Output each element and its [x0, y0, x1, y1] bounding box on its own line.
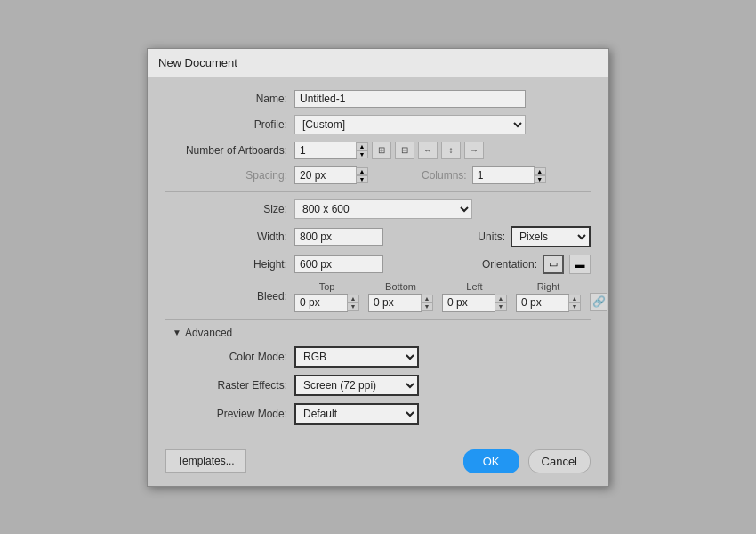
size-label: Size:: [165, 203, 294, 215]
cancel-button[interactable]: Cancel: [528, 449, 591, 473]
bleed-fields: Top ▲ ▼ Bottom ▲ ▼: [294, 281, 607, 312]
bleed-top-label: Top: [319, 281, 335, 292]
bleed-bottom-input[interactable]: [368, 294, 422, 312]
units-group: Units: Pixels Inches Millimeters Points: [478, 226, 591, 247]
bleed-row: Bleed: Top ▲ ▼ Bottom: [165, 281, 591, 312]
artboards-spin-down[interactable]: ▼: [356, 150, 368, 158]
name-input[interactable]: [294, 90, 526, 108]
bleed-top-input[interactable]: [294, 294, 348, 312]
columns-spin-down: ▼: [534, 175, 546, 183]
bleed-label: Bleed:: [165, 290, 294, 303]
columns-spin-up: ▲: [534, 167, 546, 175]
columns-section: Columns: ▲ ▼: [422, 166, 546, 184]
height-group: Height:: [165, 255, 383, 273]
profile-label: Profile:: [165, 118, 294, 131]
color-mode-row: Color Mode: RGB CMYK Grayscale: [165, 346, 591, 368]
bleed-bottom-down[interactable]: ▼: [421, 303, 433, 311]
dialog-footer: Templates... OK Cancel: [148, 441, 608, 486]
landscape-button[interactable]: ▬: [569, 255, 591, 274]
bleed-right-input[interactable]: [516, 294, 569, 312]
bleed-bottom-label: Bottom: [385, 281, 416, 292]
height-input[interactable]: [294, 255, 383, 273]
bleed-left-up[interactable]: ▲: [495, 295, 507, 303]
ok-button[interactable]: OK: [463, 449, 519, 473]
raster-effects-label: Raster Effects:: [165, 379, 294, 392]
height-label: Height:: [165, 258, 294, 271]
bleed-bottom-group: Bottom ▲ ▼: [368, 281, 433, 312]
bleed-top-group: Top ▲ ▼: [294, 281, 359, 312]
columns-spin-wrapper: ▲ ▼: [472, 166, 546, 184]
spacing-input: [294, 166, 357, 184]
spacing-spin-arrows: ▲ ▼: [356, 167, 368, 183]
bleed-right-label: Right: [537, 281, 560, 292]
width-group: Width:: [165, 228, 383, 246]
preview-mode-label: Preview Mode:: [165, 408, 294, 420]
bleed-left-group: Left ▲ ▼: [442, 281, 507, 312]
bleed-left-spin: ▲ ▼: [442, 294, 507, 312]
units-select[interactable]: Pixels Inches Millimeters Points: [511, 226, 591, 247]
name-row: Name:: [165, 90, 591, 108]
width-row: Width: Units: Pixels Inches Millimeters …: [165, 226, 591, 247]
color-mode-label: Color Mode:: [165, 351, 294, 363]
divider-top: [165, 191, 591, 192]
color-mode-select[interactable]: RGB CMYK Grayscale: [294, 346, 419, 368]
artboards-spin-wrapper: ▲ ▼: [294, 142, 368, 159]
advanced-triangle-icon: ▼: [173, 328, 181, 337]
bleed-bottom-spin: ▲ ▼: [368, 294, 433, 312]
size-select[interactable]: 800 x 600 1024 x 768 Custom: [294, 199, 472, 219]
artboards-spin-up[interactable]: ▲: [356, 142, 368, 150]
arrange-row-icon[interactable]: ⊟: [395, 142, 414, 159]
advanced-label: Advanced: [185, 327, 232, 339]
artboards-spin-arrows: ▲ ▼: [356, 142, 368, 158]
bleed-left-down[interactable]: ▼: [495, 303, 507, 311]
orientation-label: Orientation:: [482, 258, 537, 271]
advanced-toggle[interactable]: ▼ Advanced: [165, 327, 591, 339]
profile-select[interactable]: [Custom] Print Web Devices: [294, 115, 526, 134]
raster-effects-select[interactable]: Screen (72 ppi) Medium (150 ppi) High (3…: [294, 375, 419, 396]
arrange-grid-icon[interactable]: ⊞: [372, 142, 391, 159]
templates-button[interactable]: Templates...: [165, 449, 246, 473]
spacing-label: Spacing:: [165, 169, 294, 182]
artboards-input[interactable]: [294, 142, 357, 159]
bleed-left-label: Left: [466, 281, 482, 292]
units-label: Units:: [478, 231, 505, 243]
artboard-controls: ⊞ ⊟ ↔ ↕ →: [372, 142, 484, 159]
bleed-right-down[interactable]: ▼: [568, 303, 581, 311]
bleed-link-button[interactable]: 🔗: [590, 293, 607, 311]
raster-effects-row: Raster Effects: Screen (72 ppi) Medium (…: [165, 375, 591, 396]
preview-mode-row: Preview Mode: Default Pixel Overprint: [165, 403, 591, 425]
bleed-right-group: Right ▲ ▼: [516, 281, 581, 312]
portrait-button[interactable]: ▭: [543, 255, 564, 274]
height-row: Height: Orientation: ▭ ▬: [165, 255, 591, 274]
arrange-arrow-icon[interactable]: →: [464, 142, 484, 159]
bleed-left-arrows: ▲ ▼: [495, 295, 507, 311]
preview-mode-select[interactable]: Default Pixel Overprint: [294, 403, 419, 425]
orientation-group: Orientation: ▭ ▬: [482, 255, 591, 274]
bleed-bottom-up[interactable]: ▲: [421, 295, 433, 303]
divider-middle: [165, 319, 591, 320]
bleed-left-input[interactable]: [442, 294, 495, 312]
bleed-top-up[interactable]: ▲: [347, 295, 359, 303]
spacing-spin-up: ▲: [356, 167, 368, 175]
new-document-dialog: New Document Name: Profile: [Custom] Pri…: [147, 48, 609, 487]
size-row: Size: 800 x 600 1024 x 768 Custom: [165, 199, 591, 219]
spacing-row: Spacing: ▲ ▼ Columns: ▲ ▼: [165, 166, 591, 184]
bleed-top-down[interactable]: ▼: [347, 303, 359, 311]
bleed-right-arrows: ▲ ▼: [568, 295, 581, 311]
width-input[interactable]: [294, 228, 383, 246]
artboards-row: Number of Artboards: ▲ ▼ ⊞ ⊟ ↔ ↕ →: [165, 142, 591, 159]
spacing-spin-down: ▼: [356, 175, 368, 183]
columns-spin-arrows: ▲ ▼: [534, 167, 546, 183]
arrange-vert-icon[interactable]: ↕: [441, 142, 461, 159]
bleed-right-up[interactable]: ▲: [568, 295, 581, 303]
artboards-label: Number of Artboards:: [165, 144, 294, 157]
bleed-bottom-arrows: ▲ ▼: [421, 295, 433, 311]
columns-label: Columns:: [422, 169, 467, 182]
arrange-col-icon[interactable]: ↔: [418, 142, 438, 159]
width-label: Width:: [165, 231, 294, 243]
bleed-right-spin: ▲ ▼: [516, 294, 581, 312]
dialog-body: Name: Profile: [Custom] Print Web Device…: [148, 77, 608, 441]
dialog-title: New Document: [148, 49, 608, 77]
footer-right: OK Cancel: [463, 449, 591, 473]
spacing-spin-wrapper: ▲ ▼: [294, 166, 368, 184]
